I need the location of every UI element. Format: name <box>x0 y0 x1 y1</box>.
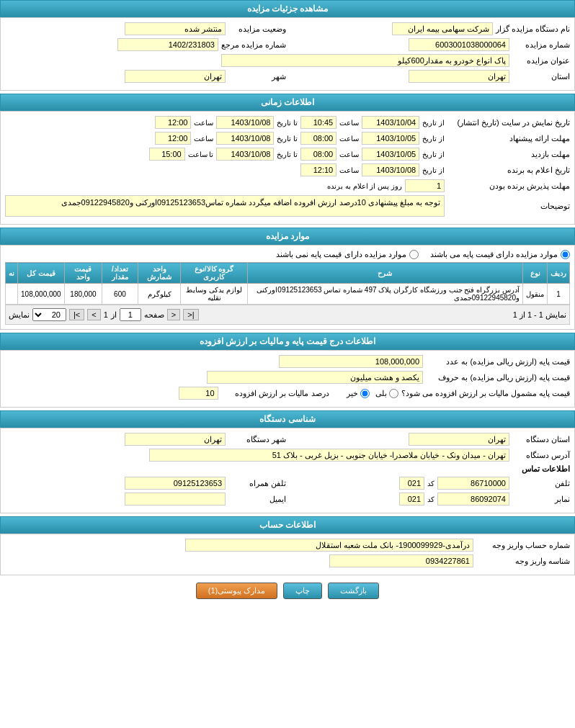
auction-option1-radio[interactable] <box>561 250 570 259</box>
account-num-label: شماره حساب واریز وجه <box>476 541 570 550</box>
from-date-4 <box>362 163 419 176</box>
section-org-info: شناسی دستگاه استان دستگاه شهر دستگاه آدر… <box>0 410 575 513</box>
pagination-bar: نمایش 1 - 1 از 1 |< < صفحه از 1 > >| 20 … <box>5 305 570 325</box>
docs-button[interactable]: مدارک پیوستی(1) <box>196 583 278 599</box>
fax-value <box>437 493 509 505</box>
notes-label: توضیحات <box>447 202 570 211</box>
pair-org-city: شهر دستگاه <box>5 433 286 446</box>
pagination-first-btn[interactable]: >| <box>69 309 84 320</box>
org-row-tel: تلفن کد تلفن همراه <box>5 477 570 490</box>
cell-unit: کیلوگرم <box>138 284 181 305</box>
section-time-info-content: تاریخ نمایش در سایت (تاریخ انتشار) از تا… <box>0 111 575 225</box>
tel-code-label: کد <box>427 480 434 487</box>
fax-label: نمابر <box>512 495 570 504</box>
province-label: استان <box>512 72 570 81</box>
base-price-label: قیمت پایه (ارزش ریالی مزایده) به عدد <box>426 357 570 367</box>
section-time-info: اطلاعات زمانی تاریخ نمایش در سایت (تاریخ… <box>0 94 575 225</box>
time-row-5: مهلت پذیرش برنده بودن روز پس از اعلام به… <box>5 179 570 192</box>
pagination-perpage-select[interactable]: 20 50 100 <box>32 308 66 321</box>
status-value <box>125 22 226 35</box>
back-button[interactable]: بازگشت <box>328 583 379 599</box>
pagination-of-label: از <box>111 310 117 320</box>
from-time-4 <box>300 163 336 176</box>
from-label-3: از تاریخ <box>422 150 445 158</box>
vat-no-text: خیر <box>347 389 358 398</box>
pair-ref-num: شماره مزایده مرجع <box>5 38 286 51</box>
cell-unit-price: 180,000 <box>64 284 102 305</box>
notes-value: توجه به مبلغ پیشنهادی 10درصد ارزش افروده… <box>5 195 445 217</box>
vat-no-label[interactable]: خیر <box>347 389 370 398</box>
org-row-1: استان دستگاه شهر دستگاه <box>5 433 570 446</box>
tender-num-value <box>409 38 509 51</box>
page-wrapper: مشاهده جزئیات مزایده نام دستگاه مزایده گ… <box>0 0 575 606</box>
col-unit: واحد شمارش <box>138 263 181 284</box>
org-city-label: شهر دستگاه <box>228 435 286 444</box>
notes-row: توضیحات توجه به مبلغ پیشنهادی 10درصد ارز… <box>5 195 570 217</box>
org-value <box>392 22 493 35</box>
vat-percent-value <box>179 387 218 400</box>
pagination-page-label: صفحه <box>144 310 164 320</box>
pair-org: نام دستگاه مزایده گزار <box>289 22 570 35</box>
section-main-info-header: مشاهده جزئیات مزایده <box>0 0 575 17</box>
section-org-info-header: شناسی دستگاه <box>0 410 575 428</box>
auction-option2-radio[interactable] <box>409 250 419 259</box>
row-subject: عنوان مزایده <box>5 54 570 67</box>
tender-num-label: شماره مزایده <box>512 40 570 50</box>
cell-type: منقول <box>523 284 548 305</box>
from-label-2: از تاریخ <box>422 135 445 143</box>
time-label-3a: ساعت <box>339 150 359 158</box>
vat-no-radio[interactable] <box>360 389 370 398</box>
auction-option2-label[interactable]: موارد مزایده دارای قیمت پایه نمی باشند <box>276 250 418 259</box>
col-qty: تعداد/مقدار <box>102 263 138 284</box>
time-row-1: تاریخ نمایش در سایت (تاریخ انتشار) از تا… <box>5 116 570 129</box>
col-total-price: قیمت کل <box>18 263 65 284</box>
pagination-prev-btn[interactable]: > <box>87 309 100 320</box>
org-contact-title-row: اطلاعات تماس <box>5 464 570 474</box>
section-main-info-content: نام دستگاه مزایده گزار وضعیت مزایده شمار… <box>0 17 575 91</box>
cell-extra <box>6 284 18 305</box>
org-city-value <box>125 433 226 446</box>
pagination-page-input[interactable] <box>120 308 141 321</box>
section-auction-items-header: موارد مزایده <box>0 228 575 245</box>
cell-category: لوازم یدکی وسایط نقلیه <box>181 284 247 305</box>
vat-yes-label[interactable]: بلی <box>375 389 398 398</box>
col-extra: نه <box>6 263 18 284</box>
time-label-2b: ساعت <box>194 135 213 143</box>
pagination-next-btn[interactable]: < <box>167 309 180 320</box>
pair-fax: نمابر کد <box>289 493 570 505</box>
pair-status: وضعیت مزایده <box>5 22 286 35</box>
price-row-3: قیمت پایه مشمول مالیات بر ارزش افزوده می… <box>5 387 570 400</box>
tel-value <box>437 477 509 490</box>
org-address-label: آدرس دستگاه <box>512 451 570 460</box>
time-row-2: مهلت ارائه پیشنهاد از تاریخ ساعت تا تاری… <box>5 132 570 145</box>
fax-code-label: کد <box>427 495 434 503</box>
auction-option-row: موارد مزایده دارای قیمت پایه می باشند مو… <box>5 250 570 259</box>
section-account-info-content: شماره حساب واریز وجه شناسه واریز وجه <box>0 534 575 575</box>
email-value <box>125 493 226 505</box>
col-row-num: ردیف <box>548 263 570 284</box>
vat-yes-radio[interactable] <box>389 389 398 398</box>
from-date-2 <box>362 132 419 145</box>
to-label-1: تا تاریخ <box>277 119 298 127</box>
time-label-4: تاریخ اعلام به برنده <box>447 166 570 175</box>
time-label-2: مهلت ارائه پیشنهاد <box>447 134 570 143</box>
col-category: گروه کالا/نوع کاربری <box>181 263 247 284</box>
base-price-value <box>279 355 423 368</box>
city-label: شهر <box>228 72 286 81</box>
print-button[interactable]: چاپ <box>283 583 322 599</box>
tel-label: تلفن <box>512 479 570 488</box>
from-time-1 <box>300 116 336 129</box>
from-time-2 <box>300 132 336 145</box>
auction-option1-label[interactable]: موارد مزایده دارای قیمت پایه می باشند <box>430 250 570 259</box>
vat-radio-group: بلی خیر <box>347 389 398 398</box>
from-date-3 <box>362 148 419 161</box>
to-time-1 <box>155 116 191 129</box>
section-price-info-header: اطلاعات درج قیمت پایه و مالیات بر ارزش ا… <box>0 333 575 350</box>
pagination-last-btn[interactable]: |< <box>183 309 198 320</box>
row-tender-num-ref: شماره مزایده شماره مزایده مرجع <box>5 38 570 51</box>
account-num-value <box>185 539 473 552</box>
to-date-1 <box>216 116 274 129</box>
cell-desc: آدرس بزرگراه فتح جنب ورزشگاه کارگران پلا… <box>247 284 522 305</box>
base-price-text-label: قیمت پایه (ارزش ریالی مزایده) به حروف <box>426 373 570 382</box>
city-value <box>125 70 226 83</box>
